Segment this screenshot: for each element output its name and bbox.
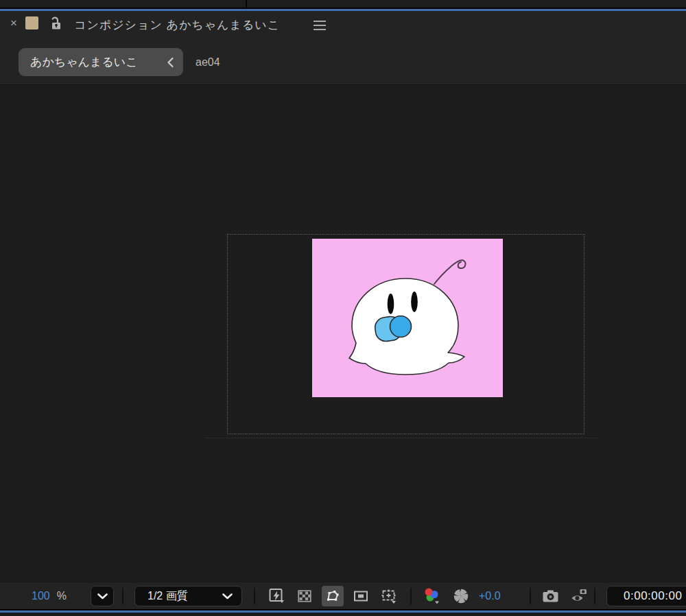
comp-boundary-line — [206, 438, 598, 438]
lightning-icon — [268, 587, 285, 605]
panel-header: × コンポジション あかちゃんまるいこ あかちゃんまるいこ ae04 — [0, 11, 686, 84]
panel-divider — [246, 0, 247, 8]
checkerboard-icon — [296, 588, 313, 604]
current-time-display[interactable]: 0:00:00:00 — [606, 586, 686, 606]
exposure-button[interactable] — [450, 586, 472, 606]
show-snapshot-button[interactable] — [568, 586, 590, 606]
fast-previews-button[interactable] — [265, 586, 287, 606]
exposure-number[interactable]: +0.0 — [479, 590, 501, 602]
upper-panel-edge — [0, 0, 686, 8]
close-icon[interactable]: × — [7, 15, 21, 32]
lower-panel-edge — [0, 613, 686, 616]
chevron-down-icon — [97, 593, 108, 600]
aperture-icon — [452, 587, 470, 605]
lock-open-icon[interactable] — [49, 16, 62, 31]
magnification-number[interactable]: 100 — [32, 590, 50, 602]
region-of-interest-icon — [353, 588, 369, 604]
breadcrumb-parent-comp[interactable]: ae04 — [196, 48, 220, 76]
eye-camera-icon — [570, 587, 589, 605]
toolbar-separator — [594, 588, 595, 604]
mask-path-visibility-button[interactable] — [322, 586, 344, 606]
rgb-channels-icon — [423, 587, 441, 605]
panel-color-swatch — [25, 16, 38, 29]
resolution-dropdown[interactable]: 1/2 画質 — [134, 586, 242, 606]
camera-icon — [541, 588, 560, 604]
toolbar-separator — [530, 588, 531, 604]
region-of-interest-button[interactable] — [350, 586, 372, 606]
breadcrumb-label: あかちゃんまるいこ — [30, 54, 138, 70]
magnification-dropdown[interactable] — [91, 586, 114, 606]
transparency-grid-button[interactable] — [294, 586, 316, 606]
breadcrumb-current-comp[interactable]: あかちゃんまるいこ — [19, 48, 183, 76]
mask-shape-icon — [324, 588, 341, 604]
toolbar-separator — [410, 588, 412, 604]
exposure-value[interactable]: +0.0 — [479, 582, 501, 610]
channels-color-button[interactable] — [421, 586, 443, 606]
toolbar-separator — [122, 588, 123, 604]
viewer-toolbar: 100 % 1/2 画質 — [0, 582, 686, 609]
grid-guides-icon — [380, 587, 398, 605]
baby-ghost-character — [312, 239, 503, 397]
magnification-unit: % — [57, 590, 67, 602]
magnification-value[interactable]: 100 % — [32, 582, 67, 610]
resolution-label: 1/2 画質 — [147, 589, 188, 604]
composition-frame — [312, 239, 503, 397]
composition-viewer[interactable] — [0, 84, 686, 582]
grid-guides-options-button[interactable] — [378, 586, 400, 606]
chevron-down-icon — [222, 593, 233, 600]
chevron-left-icon — [167, 57, 174, 68]
panel-menu-icon[interactable] — [312, 20, 327, 31]
composition-panel: × コンポジション あかちゃんまるいこ あかちゃんまるいこ ae04 — [0, 0, 686, 616]
timecode-value: 0:00:00:00 — [624, 589, 682, 603]
panel-tab-title[interactable]: コンポジション あかちゃんまるいこ — [74, 16, 280, 34]
take-snapshot-button[interactable] — [539, 586, 561, 606]
toolbar-separator — [254, 588, 255, 604]
